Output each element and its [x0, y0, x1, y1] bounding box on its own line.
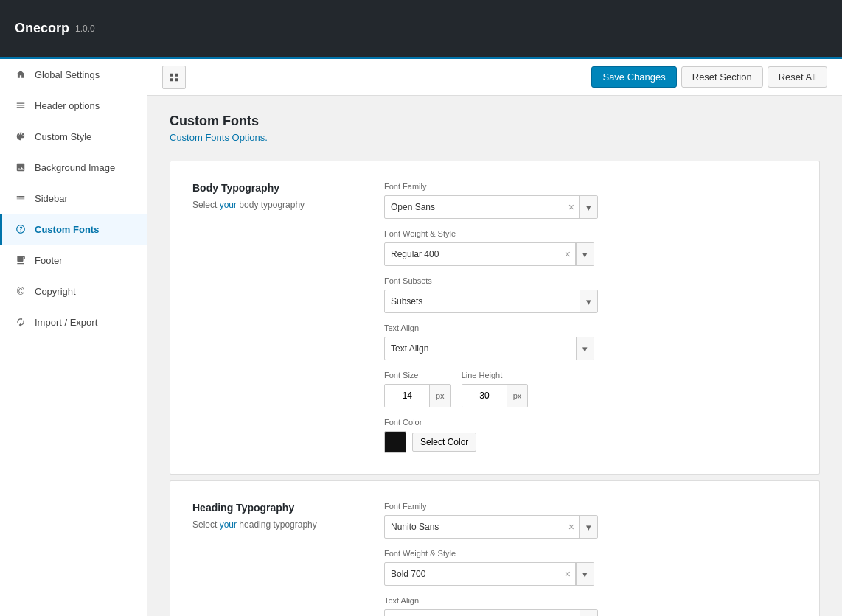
- heading-font-family-group: Font Family × ▾: [384, 502, 598, 539]
- section-right-body: Font Family × ▾ Font Weight & Style: [384, 182, 797, 453]
- body-font-color-label: Font Color: [384, 418, 797, 427]
- body-font-size-group: Font Size px: [384, 371, 451, 407]
- body-typography-title: Body Typography: [192, 182, 355, 194]
- body-font-family-input[interactable]: [385, 196, 564, 218]
- sidebar-label-header-options: Header options: [35, 100, 100, 111]
- body-font-subsets-label: Font Subsets: [384, 276, 598, 285]
- body-font-weight-input[interactable]: [385, 243, 560, 265]
- sidebar-item-import-export[interactable]: Import / Export: [0, 307, 147, 337]
- layout: Global Settings Header options Custom St…: [0, 59, 842, 616]
- copyright-icon: ©: [14, 284, 27, 298]
- body-font-size-input[interactable]: [385, 385, 429, 407]
- body-font-color-group: Font Color Select Color: [384, 418, 797, 453]
- heading-font-weight-select[interactable]: × ▾: [384, 562, 594, 586]
- body-font-family-label: Font Family: [384, 182, 598, 191]
- sidebar-item-footer[interactable]: Footer: [0, 245, 147, 276]
- body-text-align-select[interactable]: ▾: [384, 337, 594, 360]
- body-color-swatch[interactable]: [384, 431, 406, 453]
- sidebar-label-background-image: Background Image: [35, 162, 115, 173]
- heading-text-align-group: Text Align ▾: [384, 596, 598, 616]
- section-left-body: Body Typography Select your body typogra…: [192, 182, 355, 453]
- footer-icon: [14, 253, 27, 267]
- body-text-align-label: Text Align: [384, 323, 594, 332]
- heading-row-1: Font Family × ▾ Font Weight & Style: [384, 502, 797, 586]
- reset-all-button[interactable]: Reset All: [768, 66, 827, 88]
- content-area: Custom Fonts Custom Fonts Options. Body …: [147, 96, 842, 616]
- sidebar: Global Settings Header options Custom St…: [0, 59, 147, 616]
- heading-font-family-dropdown[interactable]: ▾: [580, 516, 597, 538]
- body-font-family-group: Font Family × ▾: [384, 182, 598, 219]
- body-line-height-input[interactable]: [462, 385, 507, 407]
- heading-font-weight-input[interactable]: [385, 563, 560, 585]
- sidebar-icon: [14, 192, 27, 205]
- body-font-family-dropdown[interactable]: ▾: [580, 196, 597, 218]
- heading-row-2: Text Align ▾: [384, 596, 797, 616]
- grid-view-button[interactable]: [162, 66, 186, 89]
- body-line-height-group: Line Height px: [462, 371, 529, 407]
- sidebar-item-header-options[interactable]: Header options: [0, 90, 147, 121]
- sidebar-item-background-image[interactable]: Background Image: [0, 152, 147, 183]
- page-title: Custom Fonts: [170, 113, 820, 129]
- body-font-subsets-group: Font Subsets ▾: [384, 276, 598, 313]
- body-font-weight-label: Font Weight & Style: [384, 229, 594, 238]
- page-subtitle[interactable]: Custom Fonts Options.: [170, 132, 820, 143]
- body-line-height-label: Line Height: [462, 371, 529, 379]
- body-font-subsets-select[interactable]: ▾: [384, 290, 598, 313]
- fonts-icon: [14, 223, 27, 236]
- heading-font-family-input[interactable]: [385, 516, 564, 538]
- heading-font-family-clear[interactable]: ×: [564, 516, 580, 538]
- body-line-height-input-wrap: px: [462, 384, 529, 407]
- body-typography-section: Body Typography Select your body typogra…: [170, 161, 820, 475]
- sidebar-item-copyright[interactable]: © Copyright: [0, 276, 147, 307]
- toolbar-left: [162, 66, 186, 89]
- heading-font-weight-group: Font Weight & Style × ▾: [384, 549, 594, 586]
- body-font-weight-dropdown[interactable]: ▾: [576, 243, 594, 265]
- sidebar-label-sidebar: Sidebar: [35, 193, 68, 204]
- sidebar-item-custom-style[interactable]: Custom Style: [0, 121, 147, 152]
- heading-typography-section: Heading Typography Select your heading t…: [170, 480, 820, 616]
- body-font-family-select[interactable]: × ▾: [384, 195, 598, 219]
- heading-font-family-label: Font Family: [384, 502, 598, 511]
- body-font-subsets-input[interactable]: [385, 290, 580, 312]
- topbar: Onecorp 1.0.0: [0, 0, 842, 59]
- heading-text-align-input[interactable]: [385, 610, 580, 616]
- body-font-weight-select[interactable]: × ▾: [384, 242, 594, 266]
- sidebar-label-footer: Footer: [35, 255, 63, 266]
- heading-typography-link[interactable]: your: [220, 519, 237, 530]
- sidebar-item-custom-fonts[interactable]: Custom Fonts: [0, 214, 147, 245]
- body-line-height-unit: px: [507, 385, 528, 407]
- body-font-weight-clear[interactable]: ×: [560, 243, 576, 265]
- sidebar-label-global-settings: Global Settings: [35, 69, 100, 80]
- app-name: Onecorp: [15, 21, 69, 36]
- import-export-icon: [14, 315, 27, 329]
- body-font-size-label: Font Size: [384, 371, 451, 379]
- sidebar-item-global-settings[interactable]: Global Settings: [0, 59, 147, 90]
- heading-typography-title: Heading Typography: [192, 502, 355, 514]
- body-typography-link[interactable]: your: [220, 200, 237, 210]
- body-font-size-input-wrap: px: [384, 384, 451, 407]
- sidebar-item-sidebar[interactable]: Sidebar: [0, 183, 147, 214]
- body-font-family-clear[interactable]: ×: [564, 196, 580, 218]
- body-row-2: Font Subsets ▾ Text Align ▾: [384, 276, 797, 360]
- home-icon: [14, 68, 27, 81]
- heading-font-weight-clear[interactable]: ×: [560, 563, 576, 585]
- heading-typography-desc: Select your heading typography: [192, 518, 355, 531]
- heading-font-weight-dropdown[interactable]: ▾: [576, 563, 594, 585]
- reset-section-button[interactable]: Reset Section: [681, 66, 763, 88]
- heading-font-family-select[interactable]: × ▾: [384, 515, 598, 539]
- style-icon: [14, 130, 27, 143]
- heading-text-align-select[interactable]: ▾: [384, 609, 598, 616]
- body-font-weight-group: Font Weight & Style × ▾: [384, 229, 594, 266]
- body-text-align-dropdown[interactable]: ▾: [576, 337, 594, 360]
- app-version: 1.0.0: [75, 24, 95, 34]
- heading-text-align-label: Text Align: [384, 596, 598, 605]
- body-text-align-input[interactable]: [385, 337, 576, 360]
- body-font-subsets-dropdown[interactable]: ▾: [580, 290, 597, 312]
- body-row-3: Font Size px Line Height px: [384, 371, 797, 407]
- section-left-heading: Heading Typography Select your heading t…: [192, 502, 355, 616]
- sidebar-label-custom-fonts: Custom Fonts: [35, 224, 99, 235]
- heading-text-align-dropdown[interactable]: ▾: [580, 610, 597, 616]
- body-select-color-button[interactable]: Select Color: [412, 433, 476, 452]
- header-icon: [14, 99, 27, 112]
- save-changes-button[interactable]: Save Changes: [591, 66, 676, 88]
